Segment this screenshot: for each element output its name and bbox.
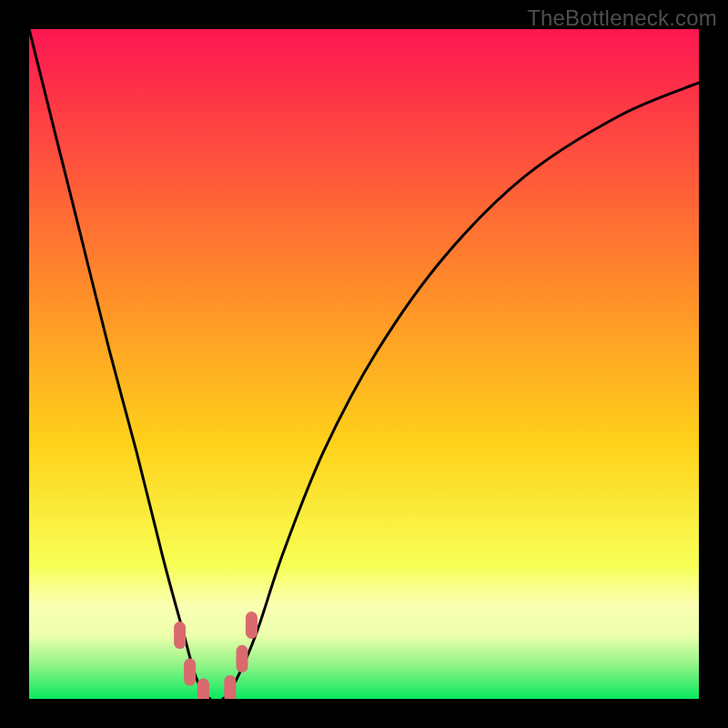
plot-area (29, 29, 699, 699)
curve-marker (197, 679, 209, 699)
bottleneck-chart (29, 29, 699, 699)
curve-marker (174, 622, 186, 649)
curve-marker (237, 645, 248, 672)
curve-marker (246, 612, 258, 639)
outer-frame: TheBottleneck.com (0, 0, 728, 728)
curve-marker (224, 675, 236, 699)
curve-marker (184, 659, 196, 686)
watermark-text: TheBottleneck.com (527, 5, 717, 31)
gradient-background (29, 29, 699, 699)
